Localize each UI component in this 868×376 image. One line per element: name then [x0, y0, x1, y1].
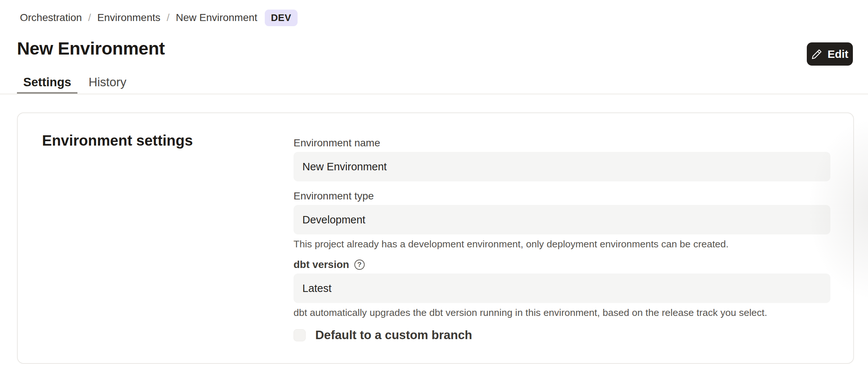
breadcrumb: Orchestration / Environments / New Envir…: [20, 9, 298, 27]
environment-type-input[interactable]: [294, 205, 830, 234]
breadcrumb-item-environments[interactable]: Environments: [97, 12, 160, 24]
environment-settings-page: Orchestration / Environments / New Envir…: [0, 0, 868, 376]
custom-branch-checkbox[interactable]: [294, 329, 306, 341]
field-environment-name: Environment name: [294, 137, 830, 181]
page-title: New Environment: [17, 38, 165, 59]
card-heading: Environment settings: [42, 132, 193, 149]
environment-name-input[interactable]: [294, 152, 830, 181]
tabs-divider: [0, 94, 868, 94]
pencil-icon: [811, 48, 823, 60]
help-icon[interactable]: ?: [354, 260, 365, 270]
environment-type-badge: DEV: [265, 10, 298, 26]
breadcrumb-item-orchestration[interactable]: Orchestration: [20, 12, 82, 24]
custom-branch-row[interactable]: Default to a custom branch: [294, 328, 830, 342]
edit-button-label: Edit: [827, 48, 848, 60]
tab-history-label: History: [88, 75, 126, 89]
breadcrumb-item-current: New Environment: [176, 12, 257, 24]
custom-branch-label[interactable]: Default to a custom branch: [315, 328, 472, 342]
field-dbt-version: dbt version ? dbt automatically upgrades…: [294, 259, 830, 318]
settings-form: Environment name Environment type This p…: [294, 137, 830, 342]
tab-settings-label: Settings: [23, 75, 71, 89]
tab-settings[interactable]: Settings: [17, 72, 77, 94]
dbt-version-label: dbt version: [294, 259, 349, 271]
environment-type-helper-text: This project already has a development e…: [294, 238, 830, 250]
tab-bar: Settings History: [17, 72, 133, 94]
dbt-version-label-row: dbt version ?: [294, 259, 830, 271]
environment-name-label: Environment name: [294, 137, 830, 149]
edit-button[interactable]: Edit: [807, 42, 853, 66]
tab-history[interactable]: History: [82, 72, 133, 94]
environment-type-label: Environment type: [294, 190, 830, 202]
environment-settings-card: Environment settings Environment name En…: [17, 112, 854, 364]
breadcrumb-separator: /: [167, 12, 170, 24]
dbt-version-input[interactable]: [294, 274, 830, 303]
breadcrumb-separator: /: [88, 12, 91, 24]
dbt-version-helper-text: dbt automatically upgrades the dbt versi…: [294, 307, 830, 318]
field-environment-type: Environment type This project already ha…: [294, 190, 830, 250]
